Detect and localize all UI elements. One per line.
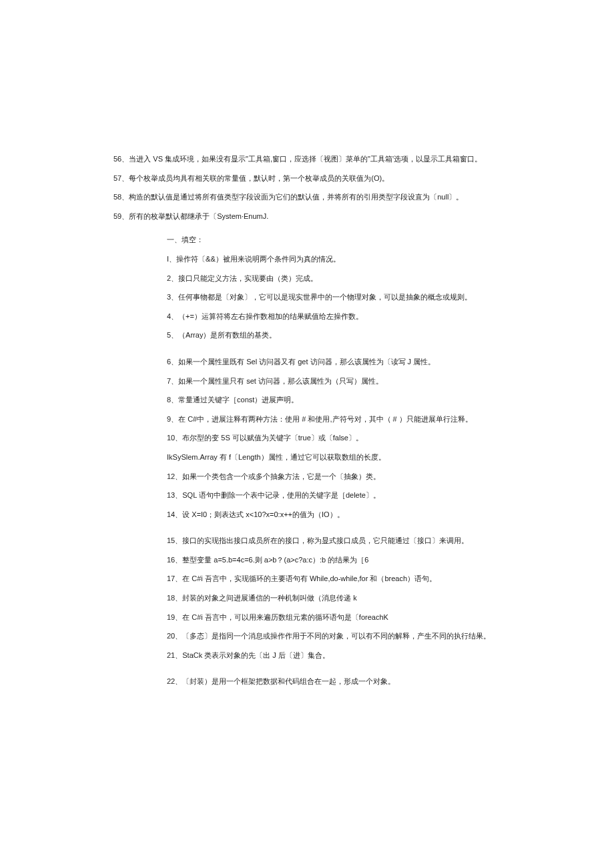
outer-item: 56、当进入 VS 集成环境，如果没有显示"工具箱,窗口，应选择〔视图〕菜单的"… <box>113 153 581 165</box>
outer-list: 56、当进入 VS 集成环境，如果没有显示"工具箱,窗口，应选择〔视图〕菜单的"… <box>113 153 581 222</box>
outer-item: 59、所有的枚举默认都继承于〔System·EnumJ. <box>113 211 581 223</box>
outer-item: 58、构造的默认值是通过将所有值类型字段设面为它们的默认值，并将所有的引用类型字… <box>113 191 581 203</box>
inner-item: 22、〔封装）是用一个框架把数据和代码组合在一起，形成一个对象。 <box>167 676 581 688</box>
inner-item: I、操作符〔&&）被用来说明两个条件同为真的情况。 <box>167 254 581 266</box>
inner-item: 18、封装的对象之间进展通信的一种机制叫做（消息传递 k <box>167 592 581 604</box>
inner-item: 16、整型变量 a=5.b=4c=6.则 a>b？(a>c?a:c）:b 的结果… <box>167 554 581 566</box>
inner-item: 21、StaCk 类表示对象的先〔出 J 后〔进〕集合。 <box>167 650 581 662</box>
inner-item: 5、（Array）是所有数组的基类。 <box>167 330 581 342</box>
inner-item: 10、布尔型的变 5S 可以赋值为关键字〔true〕或〔false〕。 <box>167 432 581 444</box>
inner-item: 7、如果一个属性里只有 set 访问器，那么该属性为（只写）属性。 <box>167 376 581 388</box>
inner-item: 3、任何事物都是〔对象〕，它可以是现实世界中的一个物理对象，可以是抽象的概念或规… <box>167 292 581 304</box>
inner-item: 9、在 C#中，进展注释有两种方法：使用 # 和使用,产符号对，其中（ # ）只… <box>167 414 581 426</box>
inner-item: 12、如果一个类包含一个或多个抽象方法，它是一个〔抽象）类。 <box>167 471 581 483</box>
inner-item: 20、〔多态〕是指同一个消息或操作作用于不同的对象，可以有不同的解释，产生不同的… <box>167 630 581 642</box>
inner-item: 8、常量通过关键字［const）进展声明。 <box>167 394 581 406</box>
section-header: 一、填空： <box>167 234 581 246</box>
inner-item: 15、接口的实现指出接口成员所在的接口，称为显式接口成员，它只能通过〔接口〕来调… <box>167 535 581 547</box>
inner-item: 4、（+=）运算符将左右操作数相加的结果赋值给左操作数。 <box>167 311 581 323</box>
inner-item: 17、在 C#i 吾言中，实现循环的主要语句有 While,do-while,f… <box>167 573 581 585</box>
inner-item: 19、在 C#i 吾言中，可以用来遍历数组元素的循环语句是〔foreachK <box>167 612 581 624</box>
inner-item: 2、接口只能定义方法，实现要由（类）完成。 <box>167 273 581 285</box>
inner-list: I、操作符〔&&）被用来说明两个条件同为真的情况。2、接口只能定义方法，实现要由… <box>167 254 581 688</box>
outer-item: 57、每个枚举成员均具有相关联的常量值，默认时，第一个枚举成员的关联值为(O)。 <box>113 173 581 185</box>
inner-item: 6、如果一个属性里既有 Sel 访问器又有 get 访问器，那么该属性为〔读写 … <box>167 356 581 368</box>
inner-item: 14、设 X=I0；则表达式 x<10?x=0:x++的值为（IO）。 <box>167 509 581 521</box>
inner-item: 13、SQL 语句中删除一个表中记录，使用的关键字是［delete〕。 <box>167 490 581 502</box>
inner-item: IkSySlem.Array 有 f〔Length）属性，通过它可以获取数组的长… <box>167 452 581 464</box>
